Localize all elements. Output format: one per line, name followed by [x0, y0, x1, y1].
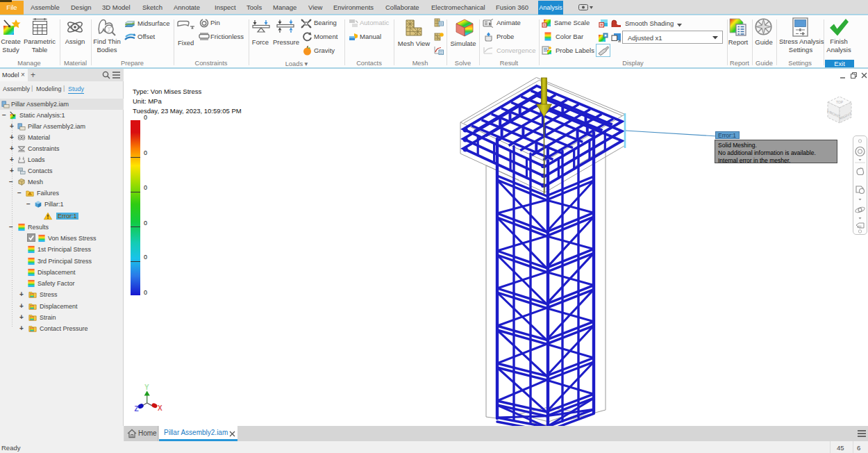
- svg-text:Z: Z: [135, 405, 139, 413]
- svg-text:X: X: [158, 404, 162, 412]
- svg-text:Y: Y: [144, 384, 149, 391]
- svg-text:TOP: TOP: [836, 100, 844, 104]
